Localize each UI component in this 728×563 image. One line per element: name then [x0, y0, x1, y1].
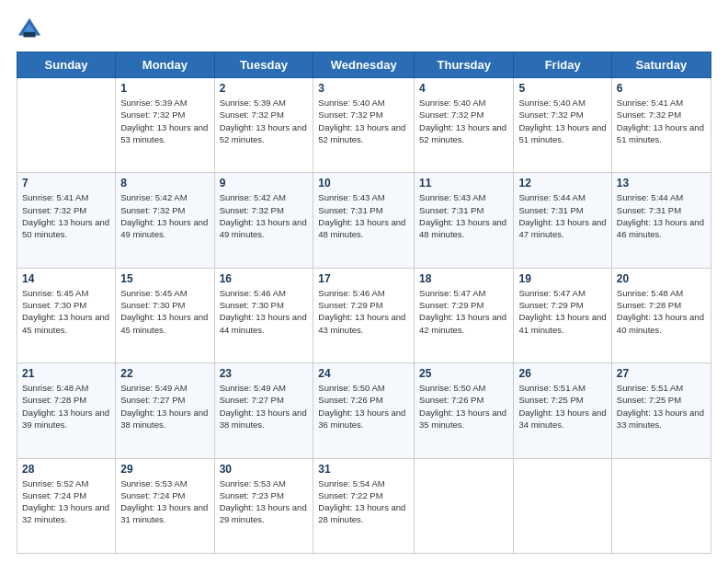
calendar-cell: 18 Sunrise: 5:47 AM Sunset: 7:29 PM Dayl… — [415, 268, 514, 362]
daylight-text: Daylight: 13 hours and 41 minutes. — [518, 311, 606, 336]
calendar-cell: 15 Sunrise: 5:45 AM Sunset: 7:30 PM Dayl… — [116, 268, 214, 362]
calendar-cell: 10 Sunrise: 5:43 AM Sunset: 7:31 PM Dayl… — [313, 173, 415, 268]
calendar-cell: 28 Sunrise: 5:52 AM Sunset: 7:24 PM Dayl… — [17, 458, 116, 553]
daylight-text: Daylight: 13 hours and 46 minutes. — [617, 216, 706, 241]
calendar-cell: 17 Sunrise: 5:46 AM Sunset: 7:29 PM Dayl… — [313, 268, 415, 362]
date-number: 6 — [617, 82, 706, 95]
cell-info: Sunrise: 5:52 AM Sunset: 7:24 PM Dayligh… — [22, 477, 110, 526]
date-number: 19 — [518, 272, 606, 285]
cell-info: Sunrise: 5:44 AM Sunset: 7:31 PM Dayligh… — [617, 191, 706, 240]
sunset-text: Sunset: 7:32 PM — [518, 109, 606, 121]
date-number: 26 — [518, 367, 606, 380]
daylight-text: Daylight: 13 hours and 39 minutes. — [22, 407, 110, 431]
cell-info: Sunrise: 5:40 AM Sunset: 7:32 PM Dayligh… — [318, 97, 409, 145]
calendar-cell: 5 Sunrise: 5:40 AM Sunset: 7:32 PM Dayli… — [514, 78, 611, 173]
date-number: 21 — [22, 367, 110, 380]
date-number: 16 — [220, 272, 309, 285]
daylight-text: Daylight: 13 hours and 42 minutes. — [419, 311, 508, 336]
date-number: 31 — [318, 463, 409, 476]
sunrise-text: Sunrise: 5:46 AM — [220, 287, 309, 299]
cell-info: Sunrise: 5:54 AM Sunset: 7:22 PM Dayligh… — [318, 477, 409, 526]
calendar-cell: 13 Sunrise: 5:44 AM Sunset: 7:31 PM Dayl… — [611, 173, 711, 268]
calendar-cell: 12 Sunrise: 5:44 AM Sunset: 7:31 PM Dayl… — [514, 173, 611, 268]
daylight-text: Daylight: 13 hours and 52 minutes. — [220, 121, 309, 146]
calendar-cell — [17, 78, 116, 173]
date-number: 13 — [617, 177, 706, 190]
calendar-cell: 29 Sunrise: 5:53 AM Sunset: 7:24 PM Dayl… — [116, 458, 214, 553]
daylight-text: Daylight: 13 hours and 31 minutes. — [120, 501, 209, 526]
calendar-cell — [514, 458, 611, 553]
week-row-5: 28 Sunrise: 5:52 AM Sunset: 7:24 PM Dayl… — [17, 458, 711, 553]
day-header-wednesday: Wednesday — [313, 52, 415, 78]
daylight-text: Daylight: 13 hours and 29 minutes. — [220, 501, 309, 526]
daylight-text: Daylight: 13 hours and 48 minutes. — [318, 216, 409, 241]
header — [17, 17, 711, 42]
calendar-table: SundayMondayTuesdayWednesdayThursdayFrid… — [17, 52, 711, 554]
calendar: SundayMondayTuesdayWednesdayThursdayFrid… — [17, 52, 711, 554]
daylight-text: Daylight: 13 hours and 36 minutes. — [318, 407, 409, 431]
week-row-4: 21 Sunrise: 5:48 AM Sunset: 7:28 PM Dayl… — [17, 363, 711, 458]
calendar-cell: 25 Sunrise: 5:50 AM Sunset: 7:26 PM Dayl… — [415, 363, 514, 458]
daylight-text: Daylight: 13 hours and 34 minutes. — [518, 407, 606, 431]
sunrise-text: Sunrise: 5:49 AM — [220, 382, 309, 394]
cell-info: Sunrise: 5:45 AM Sunset: 7:30 PM Dayligh… — [120, 287, 209, 336]
cell-info: Sunrise: 5:47 AM Sunset: 7:29 PM Dayligh… — [518, 287, 606, 336]
logo — [17, 17, 46, 42]
date-number: 1 — [120, 82, 209, 95]
sunrise-text: Sunrise: 5:48 AM — [22, 382, 110, 394]
date-number: 27 — [617, 367, 706, 380]
date-number: 8 — [120, 177, 209, 190]
cell-info: Sunrise: 5:42 AM Sunset: 7:32 PM Dayligh… — [120, 191, 209, 240]
daylight-text: Daylight: 13 hours and 50 minutes. — [22, 216, 110, 241]
date-number: 29 — [120, 463, 209, 476]
sunrise-text: Sunrise: 5:40 AM — [318, 97, 409, 109]
calendar-cell — [611, 458, 711, 553]
week-row-2: 7 Sunrise: 5:41 AM Sunset: 7:32 PM Dayli… — [17, 173, 711, 268]
cell-info: Sunrise: 5:43 AM Sunset: 7:31 PM Dayligh… — [318, 191, 409, 240]
cell-info: Sunrise: 5:48 AM Sunset: 7:28 PM Dayligh… — [22, 382, 110, 431]
date-number: 24 — [318, 367, 409, 380]
calendar-cell: 7 Sunrise: 5:41 AM Sunset: 7:32 PM Dayli… — [17, 173, 116, 268]
cell-info: Sunrise: 5:43 AM Sunset: 7:31 PM Dayligh… — [419, 191, 508, 240]
sunset-text: Sunset: 7:30 PM — [120, 299, 209, 311]
sunrise-text: Sunrise: 5:51 AM — [617, 382, 706, 394]
date-number: 15 — [120, 272, 209, 285]
sunrise-text: Sunrise: 5:54 AM — [318, 477, 409, 489]
daylight-text: Daylight: 13 hours and 35 minutes. — [419, 407, 508, 431]
sunrise-text: Sunrise: 5:39 AM — [120, 97, 209, 109]
sunset-text: Sunset: 7:32 PM — [419, 109, 508, 121]
date-number: 9 — [220, 177, 309, 190]
date-number: 25 — [419, 367, 508, 380]
date-number: 14 — [22, 272, 110, 285]
calendar-cell: 11 Sunrise: 5:43 AM Sunset: 7:31 PM Dayl… — [415, 173, 514, 268]
sunrise-text: Sunrise: 5:40 AM — [419, 97, 508, 109]
week-row-1: 1 Sunrise: 5:39 AM Sunset: 7:32 PM Dayli… — [17, 78, 711, 173]
daylight-text: Daylight: 13 hours and 51 minutes. — [518, 121, 606, 146]
daylight-text: Daylight: 13 hours and 40 minutes. — [617, 311, 706, 336]
cell-info: Sunrise: 5:46 AM Sunset: 7:29 PM Dayligh… — [318, 287, 409, 336]
calendar-cell: 3 Sunrise: 5:40 AM Sunset: 7:32 PM Dayli… — [313, 78, 415, 173]
sunrise-text: Sunrise: 5:47 AM — [419, 287, 508, 299]
calendar-cell: 24 Sunrise: 5:50 AM Sunset: 7:26 PM Dayl… — [313, 363, 415, 458]
sunset-text: Sunset: 7:32 PM — [220, 109, 309, 121]
daylight-text: Daylight: 13 hours and 45 minutes. — [120, 311, 209, 336]
day-header-monday: Monday — [116, 52, 214, 78]
sunrise-text: Sunrise: 5:52 AM — [22, 477, 110, 489]
calendar-cell: 9 Sunrise: 5:42 AM Sunset: 7:32 PM Dayli… — [214, 173, 313, 268]
daylight-text: Daylight: 13 hours and 52 minutes. — [419, 121, 508, 146]
sunset-text: Sunset: 7:27 PM — [220, 394, 309, 406]
cell-info: Sunrise: 5:50 AM Sunset: 7:26 PM Dayligh… — [318, 382, 409, 431]
sunrise-text: Sunrise: 5:39 AM — [220, 97, 309, 109]
day-header-thursday: Thursday — [415, 52, 514, 78]
date-number: 12 — [518, 177, 606, 190]
calendar-cell: 19 Sunrise: 5:47 AM Sunset: 7:29 PM Dayl… — [514, 268, 611, 362]
cell-info: Sunrise: 5:41 AM Sunset: 7:32 PM Dayligh… — [617, 97, 706, 145]
sunset-text: Sunset: 7:32 PM — [318, 109, 409, 121]
date-number: 2 — [220, 82, 309, 95]
cell-info: Sunrise: 5:47 AM Sunset: 7:29 PM Dayligh… — [419, 287, 508, 336]
cell-info: Sunrise: 5:48 AM Sunset: 7:28 PM Dayligh… — [617, 287, 706, 336]
sunset-text: Sunset: 7:31 PM — [518, 204, 606, 216]
cell-info: Sunrise: 5:49 AM Sunset: 7:27 PM Dayligh… — [220, 382, 309, 431]
day-header-friday: Friday — [514, 52, 611, 78]
sunset-text: Sunset: 7:32 PM — [120, 109, 209, 121]
